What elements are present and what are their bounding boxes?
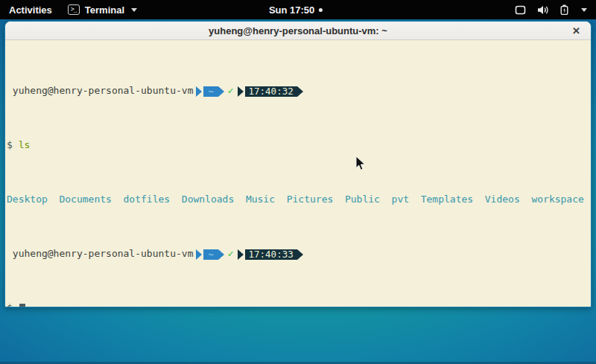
ls-output-line: Desktop Documents dotfiles Downloads Mus… (7, 194, 589, 205)
powerline-arrow-icon (218, 249, 224, 260)
mouse-cursor-icon (355, 156, 366, 174)
clock-label: Sun 17:50 (269, 4, 314, 16)
terminal-window: yuheng@henry-personal-ubuntu-vm: ~ ✕ yuh… (4, 21, 592, 307)
command-line: $ ls (7, 140, 589, 151)
window-title: yuheng@henry-personal-ubuntu-vm: ~ (209, 25, 387, 36)
terminal-content[interactable]: yuheng@henry-personal-ubuntu-vm ~ ✓ 17:4… (5, 40, 591, 307)
text-cursor (19, 304, 25, 307)
prompt-time-segment: 17:40:32 (238, 86, 303, 97)
powerline-arrow-icon (196, 86, 202, 97)
typed-command: ls (19, 140, 31, 151)
screen-icon (515, 5, 526, 15)
app-menu-label: Terminal (85, 4, 124, 16)
powerline-arrow-icon (196, 249, 202, 260)
chevron-down-icon (131, 8, 137, 12)
app-menu-terminal[interactable]: >_ Terminal (68, 4, 137, 16)
status-check-icon: ✓ (228, 86, 234, 97)
prompt-symbol: $ (7, 303, 13, 307)
powerline-arrow-icon (238, 86, 244, 97)
prompt-line-2: yuheng@henry-personal-ubuntu-vm ~ ✓ 17:4… (7, 249, 589, 260)
activities-button[interactable]: Activities (2, 4, 59, 16)
prompt-cwd-segment: ~ (193, 86, 224, 97)
prompt-time: 17:40:33 (245, 249, 297, 260)
battery-charging-icon (560, 4, 568, 15)
prompt-cwd: ~ (203, 249, 218, 260)
notification-dot-icon (319, 8, 323, 12)
window-titlebar[interactable]: yuheng@henry-personal-ubuntu-vm: ~ ✕ (5, 22, 591, 40)
prompt-user-host: yuheng@henry-personal-ubuntu-vm (7, 86, 193, 97)
status-check-icon: ✓ (228, 249, 234, 260)
gnome-top-bar: Activities >_ Terminal Sun 17:50 (0, 0, 596, 19)
prompt-cwd-segment: ~ (193, 249, 224, 260)
prompt-cwd: ~ (203, 86, 218, 97)
prompt-time-segment: 17:40:33 (238, 249, 303, 260)
prompt-symbol: $ (7, 140, 13, 151)
chevron-down-icon (581, 8, 587, 12)
input-line[interactable]: $ (7, 303, 589, 307)
powerline-arrow-icon (297, 249, 303, 260)
prompt-time: 17:40:32 (245, 86, 297, 97)
powerline-arrow-icon (297, 86, 303, 97)
powerline-arrow-icon (238, 249, 244, 260)
directory-list: Desktop Documents dotfiles Downloads Mus… (7, 194, 584, 205)
system-tray[interactable] (515, 4, 587, 15)
volume-icon (537, 5, 549, 15)
prompt-user-host: yuheng@henry-personal-ubuntu-vm (7, 249, 193, 260)
prompt-line-1: yuheng@henry-personal-ubuntu-vm ~ ✓ 17:4… (7, 86, 589, 97)
powerline-arrow-icon (218, 86, 224, 97)
clock-button[interactable]: Sun 17:50 (269, 4, 323, 16)
desktop: Activities >_ Terminal Sun 17:50 (0, 0, 596, 364)
terminal-icon: >_ (68, 4, 80, 15)
close-button[interactable]: ✕ (572, 22, 580, 40)
